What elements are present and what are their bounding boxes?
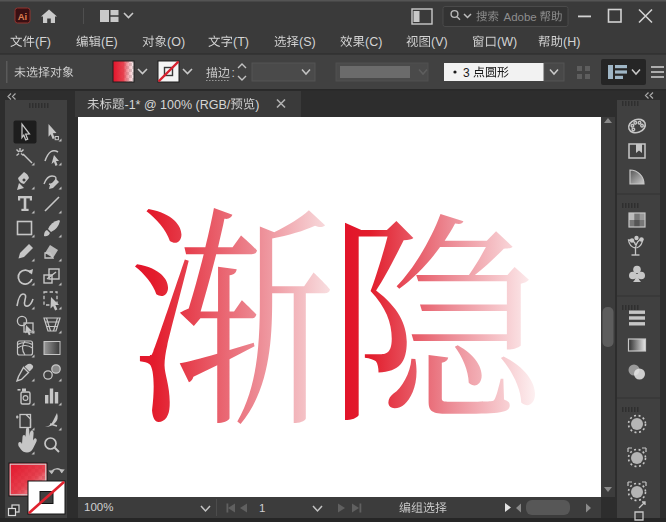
svg-text:(O): (O)	[167, 35, 185, 49]
svg-text:(T): (T)	[233, 35, 249, 49]
svg-text:100%: 100%	[84, 501, 113, 513]
svg-text:(C): (C)	[365, 35, 382, 49]
svg-text:(W): (W)	[497, 35, 517, 49]
svg-text:(E): (E)	[101, 35, 118, 49]
svg-text::: :	[232, 66, 235, 80]
svg-text:-1* @ 100% (RGB/: -1* @ 100% (RGB/	[125, 98, 231, 112]
svg-text:1: 1	[259, 502, 265, 514]
svg-text:3: 3	[463, 66, 470, 80]
svg-text:): )	[255, 98, 259, 112]
svg-text:(V): (V)	[431, 35, 448, 49]
svg-text:(S): (S)	[299, 35, 316, 49]
svg-text:(H): (H)	[563, 35, 580, 49]
svg-text:Adobe: Adobe	[504, 11, 537, 23]
svg-text:(F): (F)	[35, 35, 51, 49]
svg-text:Ai: Ai	[18, 11, 28, 22]
